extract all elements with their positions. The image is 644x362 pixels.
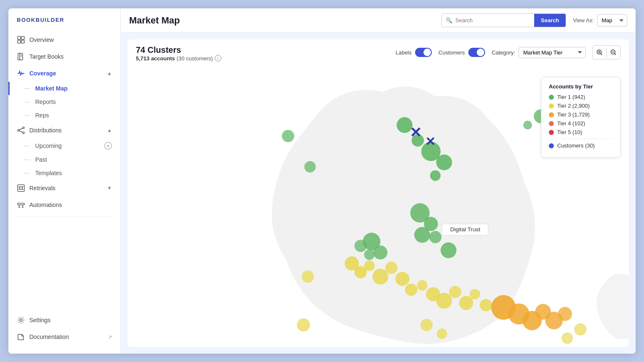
- cluster-dot[interactable]: [449, 286, 461, 298]
- category-select[interactable]: Market Map Tier Industry Region: [519, 47, 586, 58]
- search-wrapper: 🔍 Search: [441, 13, 566, 27]
- legend-tier-1: Tier 1 (942): [549, 94, 613, 100]
- sidebar-item-target-books-label: Target Books: [29, 53, 64, 60]
- cluster-dot[interactable]: [372, 269, 388, 284]
- sidebar-item-settings[interactable]: Settings: [8, 312, 120, 328]
- sidebar-item-reps[interactable]: Reps: [23, 109, 120, 122]
- legend-tier-5: Tier 5 (10): [549, 129, 613, 135]
- labels-label: Labels: [395, 49, 411, 56]
- cluster-dot[interactable]: [429, 231, 441, 243]
- map-card: 74 Clusters 5,713 accounts (30 customers…: [127, 39, 629, 347]
- cluster-dot[interactable]: [385, 262, 397, 274]
- cluster-dot[interactable]: [405, 284, 417, 296]
- sidebar-item-overview-label: Overview: [29, 36, 54, 43]
- cluster-dot[interactable]: [414, 227, 430, 243]
- past-label: Past: [35, 156, 47, 163]
- cluster-dot[interactable]: [459, 296, 473, 310]
- labels-toggle-group: Labels: [395, 48, 431, 57]
- sidebar-item-distributions[interactable]: Distributions ▲: [8, 122, 120, 139]
- cluster-dot[interactable]: [561, 332, 573, 344]
- cluster-dot[interactable]: [417, 280, 427, 291]
- svg-rect-4: [18, 53, 23, 60]
- sidebar: BOOKBUILDER Overview: [8, 8, 121, 354]
- cluster-dot[interactable]: [304, 161, 316, 172]
- zoom-controls: [592, 45, 621, 59]
- zoom-in-button[interactable]: [593, 46, 606, 59]
- page-title: Market Map: [129, 15, 435, 26]
- sidebar-item-templates[interactable]: Templates: [23, 166, 120, 180]
- sidebar-item-market-map[interactable]: Market Map: [23, 82, 120, 95]
- cluster-dot[interactable]: [558, 307, 572, 321]
- search-input[interactable]: [442, 14, 534, 26]
- cluster-dot[interactable]: [297, 318, 310, 331]
- sidebar-item-documentation[interactable]: Documentation ↗: [8, 328, 120, 345]
- view-as-select[interactable]: Map List Table: [597, 14, 627, 26]
- zoom-out-button[interactable]: [607, 46, 620, 59]
- info-icon[interactable]: i: [215, 55, 221, 62]
- cluster-dot[interactable]: [373, 246, 387, 260]
- sidebar-item-target-books[interactable]: Target Books: [8, 48, 120, 65]
- sidebar-item-retrievals[interactable]: Retrievals ▼: [8, 180, 120, 197]
- sidebar-item-automations[interactable]: Automations: [8, 197, 120, 213]
- tier5-label: Tier 5 (10): [557, 129, 582, 135]
- sidebar-item-overview[interactable]: Overview: [8, 31, 120, 48]
- cluster-dot[interactable]: [364, 260, 374, 271]
- clusters-sub: 5,713 accounts (30 customers) i: [136, 55, 387, 62]
- cluster-dot[interactable]: [441, 242, 457, 258]
- map-controls: Labels Customers Category: Market Map Ti…: [395, 45, 621, 59]
- cluster-dot[interactable]: [436, 293, 452, 309]
- cluster-dot[interactable]: [364, 249, 374, 260]
- sidebar-item-reports[interactable]: Reports: [23, 95, 120, 109]
- cluster-dot[interactable]: [282, 130, 294, 142]
- customers-label: Customers: [439, 49, 465, 56]
- sidebar-item-upcoming[interactable]: Upcoming +: [23, 139, 120, 153]
- labels-toggle[interactable]: [415, 48, 432, 57]
- app-container: BOOKBUILDER Overview: [8, 8, 636, 354]
- cluster-dot[interactable]: [436, 328, 447, 339]
- reports-label: Reports: [35, 98, 56, 105]
- legend-title: Accounts by Tier: [549, 83, 613, 90]
- market-map-label: Market Map: [35, 85, 68, 92]
- svg-text:✕: ✕: [410, 125, 421, 140]
- sidebar-item-automations-label: Automations: [29, 202, 62, 208]
- cluster-dot[interactable]: [436, 155, 452, 171]
- legend-customers: Customers (30): [549, 142, 613, 149]
- map-header: 74 Clusters 5,713 accounts (30 customers…: [127, 39, 629, 67]
- category-label: Category:: [492, 49, 515, 56]
- cluster-dot[interactable]: [470, 289, 480, 300]
- legend-tier-3: Tier 3 (1,729): [549, 111, 613, 118]
- svg-text:✕: ✕: [425, 134, 435, 148]
- tier3-label: Tier 3 (1,729): [557, 111, 590, 118]
- search-button[interactable]: Search: [534, 14, 566, 27]
- add-upcoming-button[interactable]: +: [104, 142, 112, 150]
- cluster-dot[interactable]: [421, 319, 433, 331]
- doc-icon: [17, 333, 25, 341]
- sidebar-item-coverage[interactable]: Coverage ▲: [8, 65, 120, 82]
- svg-text:Digital Trust: Digital Trust: [450, 226, 480, 233]
- tier3-dot: [549, 112, 554, 117]
- sidebar-item-past[interactable]: Past: [23, 153, 120, 166]
- tier2-label: Tier 2 (2,900): [557, 103, 590, 109]
- svg-point-8: [18, 129, 19, 131]
- cluster-dot[interactable]: [523, 121, 532, 129]
- customers-toggle[interactable]: [468, 48, 485, 57]
- retrievals-chevron-icon: ▼: [107, 185, 112, 191]
- svg-rect-1: [21, 36, 24, 39]
- cluster-dot[interactable]: [395, 272, 410, 286]
- svg-line-24: [600, 53, 602, 55]
- customers-toggle-group: Customers: [439, 48, 485, 57]
- legend-divider: [549, 139, 613, 139]
- sidebar-item-distributions-label: Distributions: [29, 127, 62, 134]
- tier5-dot: [549, 130, 554, 135]
- cluster-dot[interactable]: [480, 299, 492, 311]
- main-content: Market Map 🔍 Search View As: Map List Ta…: [121, 8, 636, 354]
- cluster-dot[interactable]: [574, 323, 587, 335]
- book-icon: [17, 52, 25, 61]
- view-as-label: View As:: [573, 17, 594, 23]
- reps-label: Reps: [35, 112, 49, 119]
- cluster-dot[interactable]: [354, 240, 366, 252]
- cluster-dot[interactable]: [430, 170, 441, 181]
- cluster-dot[interactable]: [302, 271, 314, 283]
- category-wrapper: Category: Market Map Tier Industry Regio…: [492, 47, 586, 58]
- svg-line-28: [614, 53, 616, 55]
